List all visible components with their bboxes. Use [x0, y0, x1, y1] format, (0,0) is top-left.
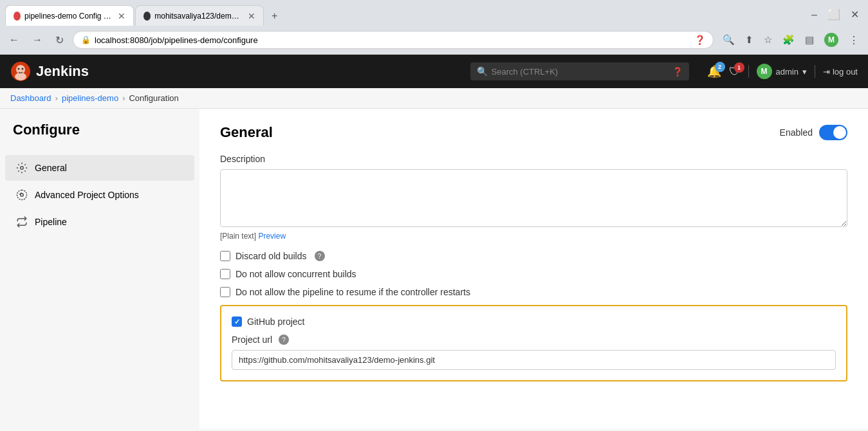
main-content: General Enabled ✓ Description [Plain tex…	[199, 109, 868, 429]
gear-icon	[15, 161, 28, 174]
chevron-down-icon: ▾	[802, 67, 807, 77]
concurrent-builds-label: Do not allow concurrent builds	[235, 269, 356, 279]
extensions-button[interactable]: 🧩	[779, 30, 799, 50]
maximize-button[interactable]: ⬜	[824, 6, 844, 23]
search-box[interactable]: 🔍 ❓	[470, 62, 689, 80]
section-title: General	[220, 124, 273, 141]
enabled-row: Enabled ✓	[780, 125, 847, 140]
jenkins-title: Jenkins	[36, 63, 89, 80]
sidebar-item-pipeline[interactable]: Pipeline	[5, 209, 194, 235]
profile-button[interactable]: M	[820, 30, 842, 50]
header-actions: 🔔 2 🛡 1 M admin ▾ ⇥ log out	[707, 64, 858, 79]
discard-builds-row: Discard old builds ?	[220, 251, 847, 261]
header-divider	[748, 65, 749, 78]
notification-badge: 2	[715, 62, 725, 72]
sidebar-item-general-label: General	[35, 163, 67, 173]
toggle-check-icon: ✓	[838, 127, 844, 136]
user-menu-button[interactable]: M admin ▾	[757, 64, 807, 79]
github-section: GitHub project Project url ?	[220, 305, 847, 381]
description-textarea[interactable]	[220, 169, 847, 227]
shield-button[interactable]: 🛡 1	[729, 65, 741, 78]
discard-builds-help-icon[interactable]: ?	[315, 251, 325, 261]
address-input[interactable]	[95, 35, 690, 45]
minimize-button[interactable]: –	[808, 6, 821, 23]
svg-point-6	[21, 194, 24, 197]
search-help-icon: ❓	[672, 67, 683, 77]
search-input[interactable]	[492, 67, 669, 77]
header-divider-2	[815, 65, 815, 78]
github-project-checkbox[interactable]	[232, 316, 242, 327]
jenkins-icon	[10, 61, 31, 82]
sidebar: Configure General Advanced Project Optio…	[0, 109, 199, 429]
logout-button[interactable]: ⇥ log out	[823, 67, 858, 77]
jenkins-header: Jenkins 🔍 ❓ 🔔 2 🛡 1 M admin ▾ ⇥ log out	[0, 55, 868, 88]
description-label: Description	[220, 154, 847, 164]
share-button[interactable]: ⬆	[741, 30, 757, 50]
user-avatar: M	[757, 64, 772, 79]
section-header: General Enabled ✓	[220, 124, 847, 141]
tab-favicon-jenkins	[14, 12, 21, 21]
concurrent-builds-checkbox[interactable]	[220, 269, 230, 279]
pipeline-icon	[15, 216, 28, 228]
sidebar-item-general[interactable]: General	[5, 155, 194, 181]
pipeline-resume-row: Do not allow the pipeline to resume if t…	[220, 287, 847, 297]
new-tab-button[interactable]: +	[265, 6, 284, 26]
bookmark-button[interactable]: ☆	[760, 30, 776, 50]
breadcrumb: Dashboard › pipelines-demo › Configurati…	[0, 88, 868, 109]
tab-label-1: pipelines-demo Config [Jenkins]	[24, 12, 111, 21]
plain-text-label: [Plain text]	[220, 232, 256, 241]
jenkins-logo: Jenkins	[10, 61, 89, 82]
help-circle-icon: ❓	[694, 35, 705, 45]
pipeline-resume-checkbox[interactable]	[220, 287, 230, 297]
shield-badge: 1	[734, 62, 744, 73]
breadcrumb-pipelines-demo[interactable]: pipelines-demo	[62, 93, 118, 103]
tab-close-1[interactable]: ✕	[118, 11, 125, 21]
enabled-label: Enabled	[780, 127, 813, 138]
inactive-tab[interactable]: mohitsavaliya123/demo-jenkins ✕	[135, 5, 264, 26]
svg-point-5	[21, 167, 24, 170]
svg-point-2	[15, 73, 26, 80]
sidebar-item-advanced[interactable]: Advanced Project Options	[5, 182, 194, 208]
breadcrumb-sep-2: ›	[122, 93, 125, 103]
tab-close-2[interactable]: ✕	[248, 11, 255, 21]
sidebar-browser-button[interactable]: ▤	[801, 30, 818, 50]
logout-icon: ⇥	[823, 67, 830, 77]
search-icon: 🔍	[477, 66, 488, 77]
notification-button[interactable]: 🔔 2	[707, 64, 721, 78]
project-url-help-icon[interactable]: ?	[279, 335, 289, 345]
project-url-input[interactable]	[232, 350, 836, 370]
tab-label-2: mohitsavaliya123/demo-jenkins	[154, 12, 241, 21]
search-page-button[interactable]: 🔍	[719, 30, 739, 50]
enabled-toggle[interactable]: ✓	[819, 125, 847, 140]
user-label: admin	[776, 67, 799, 77]
close-browser-button[interactable]: ✕	[847, 6, 863, 23]
sidebar-title: Configure	[0, 122, 199, 154]
back-button[interactable]: ←	[5, 32, 23, 48]
github-project-label: GitHub project	[247, 316, 304, 327]
sidebar-item-pipeline-label: Pipeline	[35, 217, 67, 227]
preview-link[interactable]: Preview	[258, 232, 286, 241]
discard-builds-label: Discard old builds	[235, 251, 307, 261]
github-checkbox-row: GitHub project	[232, 316, 836, 327]
tab-favicon-github	[143, 12, 151, 21]
page-layout: Configure General Advanced Project Optio…	[0, 109, 868, 429]
sidebar-item-advanced-label: Advanced Project Options	[35, 190, 139, 200]
lock-icon: 🔒	[81, 35, 91, 44]
concurrent-builds-row: Do not allow concurrent builds	[220, 269, 847, 279]
svg-point-3	[18, 68, 20, 70]
pipeline-resume-label: Do not allow the pipeline to resume if t…	[235, 287, 470, 297]
discard-builds-checkbox[interactable]	[220, 251, 230, 261]
jenkins-logo-image	[10, 61, 31, 82]
refresh-button[interactable]: ↻	[51, 32, 68, 49]
breadcrumb-sep-1: ›	[55, 93, 58, 103]
breadcrumb-configuration: Configuration	[129, 93, 178, 103]
breadcrumb-dashboard[interactable]: Dashboard	[10, 93, 51, 103]
wrench-icon	[15, 188, 28, 201]
active-tab[interactable]: pipelines-demo Config [Jenkins] ✕	[5, 5, 134, 26]
address-bar[interactable]: 🔒 ❓	[73, 31, 714, 49]
svg-point-4	[22, 68, 24, 70]
profile-avatar: M	[824, 33, 838, 47]
more-options-button[interactable]: ⋮	[845, 30, 863, 50]
plain-text-row: [Plain text] Preview	[220, 232, 847, 241]
forward-button[interactable]: →	[28, 32, 46, 48]
